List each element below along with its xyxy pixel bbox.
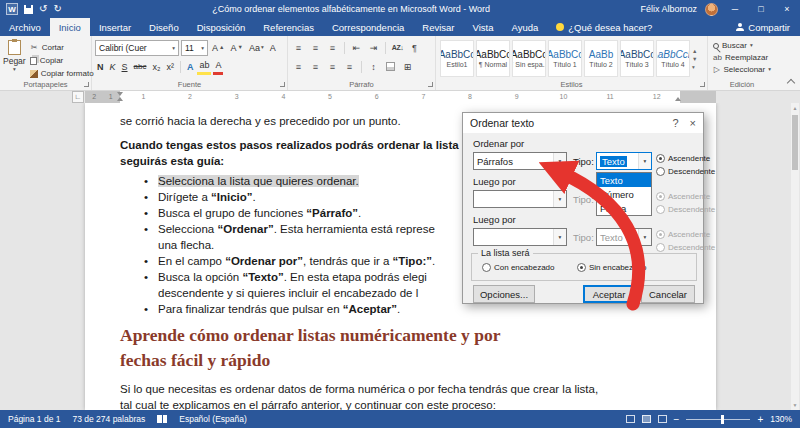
bold-button[interactable]: N <box>95 59 106 75</box>
select-button[interactable]: ▷ Seleccionar ▾ <box>713 65 771 74</box>
sort-by-combo[interactable]: Párrafos ▾ <box>473 152 567 170</box>
tab-selector[interactable]: ∟ <box>72 91 84 103</box>
scroll-up-icon[interactable]: ▲ <box>791 104 799 112</box>
descending-radio-1[interactable]: Descendente <box>656 167 715 176</box>
tab-disposicion[interactable]: Disposición <box>188 18 255 36</box>
style-card-titulo-4[interactable]: AaBbCcDTítulo 4 <box>656 40 690 77</box>
style-card-titulo-3[interactable]: AaBbCcTítulo 3 <box>620 40 654 77</box>
ascending-radio-1[interactable]: Ascendente <box>656 154 710 163</box>
grow-font-button[interactable]: A▲ <box>210 40 226 56</box>
web-layout-icon[interactable] <box>658 415 667 423</box>
tab-referencias[interactable]: Referencias <box>254 18 323 36</box>
styles-dialog-launcher-icon[interactable] <box>700 82 705 87</box>
multilevel-list-button[interactable]: ≡ <box>325 40 340 56</box>
strikethrough-button[interactable]: abc <box>132 59 149 75</box>
without-header-radio[interactable]: Sin encabezado <box>577 263 646 272</box>
user-name[interactable]: Félix Albornoz <box>640 4 697 14</box>
zoom-out-icon[interactable]: − <box>674 414 680 425</box>
tab-archivo[interactable]: Archivo <box>0 18 50 36</box>
indent-marker-right[interactable] <box>675 96 681 101</box>
cut-button[interactable]: ✂ Cortar <box>30 42 94 53</box>
options-button[interactable]: Opciones... <box>473 285 535 303</box>
bullet-list-button[interactable]: ≡ <box>291 40 306 56</box>
justify-button[interactable]: ≡ <box>342 59 357 75</box>
zoom-slider[interactable] <box>686 419 750 420</box>
sort-button[interactable]: AZ↓ <box>390 40 405 56</box>
zoom-in-icon[interactable]: + <box>757 414 763 425</box>
share-button[interactable]: Compartir <box>726 18 800 36</box>
font-size-combo[interactable]: 11 ▾ <box>181 40 208 56</box>
type-combo-open[interactable]: Texto ▾ <box>596 152 652 170</box>
underline-button[interactable]: S <box>120 59 130 75</box>
find-button[interactable]: Buscar ▾ <box>713 41 771 50</box>
show-paragraph-marks-button[interactable]: ¶ <box>407 40 422 56</box>
increase-indent-button[interactable]: ⇥ <box>366 40 381 56</box>
tab-revisar[interactable]: Revisar <box>413 18 463 36</box>
combo-arrow-icon[interactable]: ▾ <box>553 153 566 169</box>
tab-inicio[interactable]: Inicio <box>50 18 90 36</box>
align-left-button[interactable]: ≡ <box>291 59 306 75</box>
align-right-button[interactable]: ≡ <box>325 59 340 75</box>
cancel-button[interactable]: Cancelar <box>641 285 695 303</box>
change-case-button[interactable]: Aa▾ <box>247 40 266 56</box>
minimize-button[interactable]: ─ <box>726 4 744 14</box>
borders-button[interactable]: ⊞ <box>400 59 415 75</box>
combo-arrow-icon[interactable]: ▾ <box>553 191 566 207</box>
dialog-close-icon[interactable]: × <box>690 117 696 129</box>
combo-arrow-icon[interactable]: ▾ <box>553 229 566 245</box>
copy-button[interactable]: Copiar <box>30 55 94 66</box>
tab-ayuda[interactable]: Ayuda <box>502 18 547 36</box>
text-effects-button[interactable]: A <box>185 59 196 75</box>
paragraph-dialog-launcher-icon[interactable] <box>428 82 433 87</box>
line-spacing-button[interactable]: ↕ <box>366 59 381 75</box>
horizontal-ruler[interactable]: ∟ 21 123456789101112 <box>0 91 800 103</box>
styles-scroll-down-icon[interactable]: ▼ <box>692 56 697 62</box>
undo-icon[interactable]: ↺ <box>39 4 47 14</box>
collapse-ribbon-icon[interactable] <box>787 79 795 87</box>
then-by-combo-1[interactable]: ▾ <box>473 190 567 208</box>
decrease-indent-button[interactable]: ⇤ <box>349 40 364 56</box>
clipboard-dialog-launcher-icon[interactable] <box>84 82 89 87</box>
superscript-button[interactable]: x² <box>164 59 176 75</box>
font-dialog-launcher-icon[interactable] <box>280 82 285 87</box>
italic-button[interactable]: K <box>108 59 118 75</box>
dialog-title-bar[interactable]: Ordenar texto ? × <box>463 113 703 133</box>
close-button[interactable]: × <box>778 4 796 14</box>
shading-button[interactable] <box>383 59 398 75</box>
format-painter-button[interactable]: Copiar formato <box>30 68 94 79</box>
tab-vista[interactable]: Vista <box>464 18 503 36</box>
indent-marker-left[interactable] <box>117 92 123 101</box>
style-card-sin-espa[interactable]: AaBbCc¶ Sin espa... <box>512 40 546 77</box>
dropdown-option-texto[interactable]: Texto <box>597 173 651 187</box>
style-card-estilo1[interactable]: AaBbCcEstilo1 <box>440 40 474 77</box>
word-count[interactable]: 73 de 274 palabras <box>72 414 145 424</box>
then-by-combo-2[interactable]: ▾ <box>473 228 567 246</box>
user-avatar[interactable] <box>705 3 718 16</box>
accept-button[interactable]: Aceptar <box>583 285 635 303</box>
tab-diseno[interactable]: Diseño <box>140 18 188 36</box>
with-header-radio[interactable]: Con encabezado <box>482 263 555 272</box>
tab-correspondencia[interactable]: Correspondencia <box>323 18 413 36</box>
align-center-button[interactable]: ≡ <box>308 59 323 75</box>
highlight-color-button[interactable]: ab <box>197 59 211 75</box>
combo-arrow-icon[interactable]: ▾ <box>638 153 651 169</box>
styles-more-icon[interactable]: ▾ <box>692 64 697 70</box>
save-icon[interactable] <box>24 5 33 14</box>
tell-me-box[interactable]: ¿Qué desea hacer? <box>547 18 661 36</box>
subscript-button[interactable]: x₂ <box>150 59 162 75</box>
clear-formatting-button[interactable]: A <box>268 40 278 56</box>
dropdown-option-numero[interactable]: Número <box>597 187 651 201</box>
zoom-level[interactable]: 130% <box>770 414 792 424</box>
scrollbar-thumb[interactable] <box>792 115 798 170</box>
font-family-combo[interactable]: Calibri (Cuer ▾ <box>95 40 179 56</box>
language-indicator[interactable]: Español (España) <box>179 414 247 424</box>
styles-scroll-up-icon[interactable]: ▲ <box>692 48 697 54</box>
vertical-scrollbar[interactable]: ▲ ▼ <box>791 103 799 410</box>
style-card-titulo-2[interactable]: AaBbTítulo 2 <box>584 40 618 77</box>
zoom-slider-thumb[interactable] <box>721 415 724 424</box>
paste-button[interactable]: Pegar ▾ <box>3 38 26 79</box>
redo-icon[interactable]: ↻ <box>53 4 61 14</box>
font-color-button[interactable]: A <box>213 59 223 75</box>
dialog-help-icon[interactable]: ? <box>672 117 678 129</box>
style-card-titulo-1[interactable]: AaBbCcTítulo 1 <box>548 40 582 77</box>
